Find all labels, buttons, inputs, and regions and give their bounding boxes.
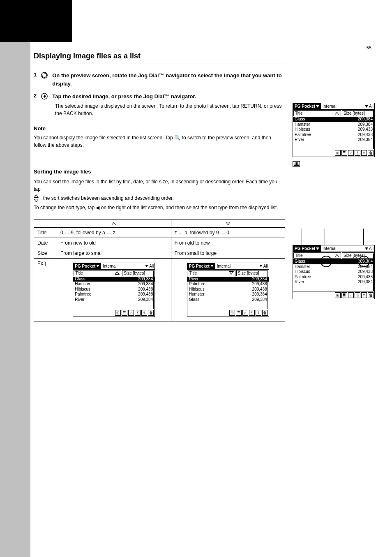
list-item[interactable]: Palmtree209,438 — [293, 275, 374, 280]
app-name[interactable]: PG Pocket — [187, 263, 215, 269]
list-item[interactable]: River209,384 — [293, 280, 374, 285]
toolbar: ⊞≣⌕⎘⇪🗑 — [293, 291, 374, 299]
step-1: 1 On the preview screen, rotate the Jog … — [34, 72, 373, 88]
zoom-icon[interactable]: ⌕ — [348, 150, 354, 156]
row-size: 209,384 — [138, 282, 153, 287]
list-item[interactable]: Glass209,384 — [73, 277, 154, 282]
column-size[interactable]: Size [bytes] — [236, 270, 268, 276]
column-title[interactable]: Title — [188, 270, 235, 276]
column-title[interactable]: Title — [74, 270, 121, 276]
list-item[interactable]: Hibiscus209,438 — [187, 287, 269, 292]
cmp-row-size-label: Size — [34, 248, 57, 258]
list-item[interactable]: River209,384 — [293, 137, 374, 143]
grid-view-icon[interactable]: ⊞ — [335, 150, 341, 156]
title-rule — [34, 63, 285, 63]
trash-icon[interactable]: 🗑 — [148, 310, 154, 316]
list-item[interactable]: River209,384 — [73, 297, 154, 303]
sorting-heading: Sorting the image files — [34, 169, 373, 175]
dropdown-icon — [145, 265, 148, 267]
filter-label[interactable]: All — [145, 264, 154, 268]
row-size: 209,438 — [252, 287, 267, 292]
dropdown-icon — [316, 105, 319, 108]
list-item[interactable]: Palmtree209,438 — [293, 132, 374, 138]
column-title[interactable]: Title — [293, 110, 341, 116]
sort-asc-icon[interactable] — [334, 254, 339, 257]
toolbar: ⊞≣⌕⎘⇪🗑 — [187, 309, 269, 317]
trash-icon[interactable]: 🗑 — [368, 150, 374, 156]
list-item[interactable]: Hamster209,384 — [187, 292, 269, 297]
jog-dial-icon — [41, 72, 48, 79]
scroll-indicator[interactable] — [373, 111, 374, 149]
storage-label[interactable]: Internal — [321, 104, 365, 109]
grid-view-icon[interactable]: ⊞ — [335, 292, 341, 298]
list-item[interactable]: Glass209,384 — [187, 297, 269, 303]
app-name[interactable]: PG Pocket — [293, 103, 321, 109]
guide-line — [325, 229, 325, 245]
zoom-icon[interactable]: ⌕ — [348, 292, 354, 298]
triangle-up-icon — [111, 222, 116, 225]
row-title: River — [295, 280, 304, 285]
app-name[interactable]: PG Pocket — [293, 245, 321, 252]
save-icon[interactable]: ⎘ — [135, 310, 141, 316]
column-size[interactable]: Size [bytes] — [342, 110, 374, 116]
dropdown-icon — [96, 265, 99, 267]
list-view-icon[interactable]: ≣ — [341, 292, 347, 298]
step-text: Tap the desired image, or press the Jog … — [52, 92, 282, 101]
list-view-icon[interactable]: ≣ — [341, 150, 347, 156]
list-view-icon[interactable]: ≣ — [122, 310, 127, 316]
save-icon[interactable]: ⎘ — [249, 310, 255, 316]
list-item[interactable]: Glass209,384 — [293, 117, 374, 122]
sort-asc-icon[interactable] — [334, 112, 339, 115]
grid-view-icon[interactable]: ⊞ — [229, 310, 235, 316]
dropdown-icon — [316, 247, 319, 250]
storage-label[interactable]: Internal — [101, 264, 145, 268]
list-item[interactable]: Hamster209,384 — [293, 122, 374, 127]
column-size[interactable]: Size [bytes] — [342, 252, 374, 259]
row-title: Hibiscus — [75, 287, 90, 292]
storage-label[interactable]: Internal — [215, 264, 259, 268]
highlight-circle-scroll — [358, 256, 370, 267]
cmp-row-title-label: Title — [34, 227, 57, 238]
sort-asc-icon[interactable] — [115, 271, 120, 275]
filter-label[interactable]: All — [365, 246, 374, 251]
scroll-indicator[interactable] — [267, 271, 268, 309]
column-size[interactable]: Size [bytes] — [122, 270, 154, 276]
share-icon[interactable]: ⇪ — [141, 310, 147, 316]
list-item[interactable]: Hamster209,384 — [73, 282, 154, 287]
scroll-indicator[interactable] — [373, 254, 374, 291]
list-item[interactable]: Palmtree209,438 — [73, 292, 154, 297]
share-icon[interactable]: ⇪ — [361, 292, 367, 298]
app-name[interactable]: PG Pocket — [73, 263, 101, 269]
save-icon[interactable]: ⎘ — [355, 150, 360, 156]
share-icon[interactable]: ⇪ — [256, 310, 261, 316]
trash-icon[interactable]: 🗑 — [262, 310, 268, 316]
storage-label[interactable]: Internal — [321, 246, 365, 251]
row-size: 209,384 — [358, 280, 373, 285]
sort-desc-icon[interactable] — [229, 271, 234, 275]
filter-label[interactable]: All — [365, 104, 374, 109]
list-item[interactable]: Hibiscus209,438 — [293, 127, 374, 132]
column-title[interactable]: Title — [293, 252, 341, 259]
arrow-right-circle-icon — [41, 92, 48, 100]
grid-view-icon[interactable]: ⊞ — [115, 310, 121, 316]
cmp-title-desc: z … a, followed by 9 … 0 — [171, 227, 285, 238]
row-title: Palmtree — [295, 132, 311, 138]
list-item[interactable]: Hibiscus209,438 — [293, 269, 374, 275]
list-item[interactable]: Palmtree209,438 — [187, 282, 269, 287]
row-title: River — [295, 137, 304, 143]
zoom-icon[interactable]: ⌕ — [128, 310, 134, 316]
list-item[interactable]: Hibiscus209,438 — [73, 287, 154, 292]
list-view-icon[interactable]: ≣ — [236, 310, 242, 316]
cmp-col-asc — [57, 220, 171, 227]
scroll-indicator[interactable] — [153, 271, 154, 309]
step-subtext: The selected image is displayed on the s… — [55, 102, 285, 117]
share-icon[interactable]: ⇪ — [361, 150, 367, 156]
row-title: Hamster — [295, 264, 310, 270]
list-item[interactable]: River209,384 — [187, 277, 269, 282]
trash-icon[interactable]: 🗑 — [368, 292, 374, 298]
filter-label[interactable]: All — [259, 264, 269, 268]
save-icon[interactable]: ⎘ — [355, 292, 360, 298]
row-size: 209,384 — [138, 297, 153, 303]
zoom-icon[interactable]: ⌕ — [242, 310, 248, 316]
row-size: 209,438 — [358, 127, 373, 132]
